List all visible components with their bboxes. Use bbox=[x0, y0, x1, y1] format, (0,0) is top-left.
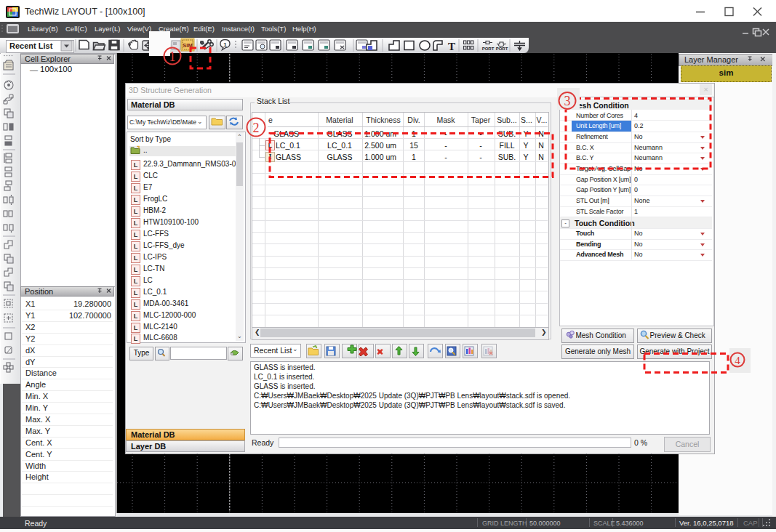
svg-text:4: 4 bbox=[735, 355, 740, 366]
svg-text:1: 1 bbox=[169, 49, 176, 64]
svg-text:2: 2 bbox=[253, 121, 260, 135]
svg-text:3: 3 bbox=[564, 94, 571, 108]
